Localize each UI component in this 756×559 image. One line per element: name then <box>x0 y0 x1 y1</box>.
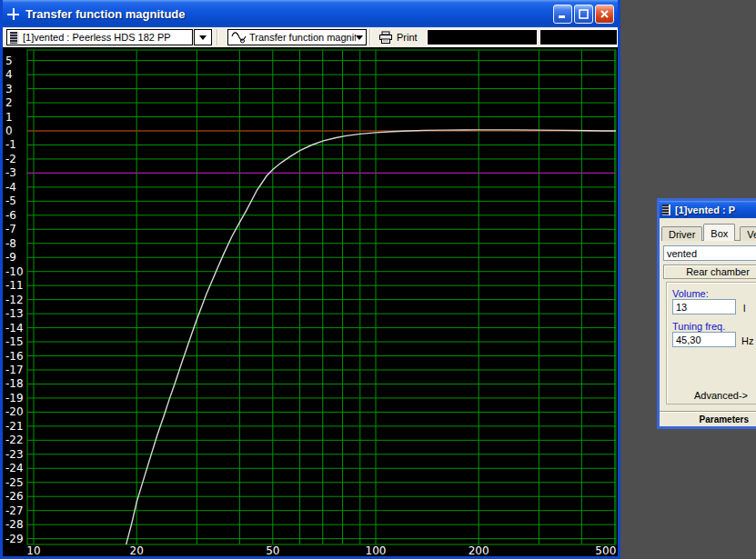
svg-text:3: 3 <box>5 83 13 95</box>
svg-text:-4: -4 <box>5 181 16 194</box>
svg-text:-23: -23 <box>5 448 24 461</box>
main-titlebar[interactable]: Transfer function magnitude <box>3 0 618 27</box>
desktop: { "main_window": { "title": "Transfer fu… <box>0 0 756 559</box>
transfer-function-wave-icon <box>231 31 247 44</box>
project-box-icon <box>662 205 670 215</box>
graph-type-select-value: Transfer function magnitude <box>249 32 356 43</box>
tuning-freq-input[interactable]: 45,30 <box>672 332 736 347</box>
params-status-text: Parameters <box>700 414 749 424</box>
svg-text:-10: -10 <box>5 265 24 278</box>
tuning-freq-label: Tuning freq. <box>672 321 725 332</box>
minimize-icon <box>558 9 568 19</box>
svg-text:-5: -5 <box>5 195 16 207</box>
svg-text:-18: -18 <box>5 377 24 390</box>
project-select[interactable]: [1]vented : Peerless HDS 182 PP <box>6 29 193 45</box>
svg-text:-26: -26 <box>5 490 24 503</box>
svg-text:-16: -16 <box>5 350 24 363</box>
svg-text:5: 5 <box>5 55 13 67</box>
close-icon <box>600 9 610 19</box>
maximize-icon <box>579 9 589 19</box>
svg-text:-17: -17 <box>5 364 24 376</box>
params-tabstrip: Driver Box Ver <box>661 224 756 241</box>
svg-text:-15: -15 <box>5 335 24 348</box>
svg-text:-11: -11 <box>5 279 24 292</box>
maximize-button[interactable] <box>574 5 593 24</box>
main-window-title: Transfer function magnitude <box>25 7 551 21</box>
svg-text:-28: -28 <box>5 518 24 531</box>
svg-text:0: 0 <box>5 125 13 137</box>
chart-canvas: 543210-1-2-3-4-5-6-7-8-9-10-11-12-13-14-… <box>3 47 618 556</box>
svg-text:4: 4 <box>5 68 13 81</box>
svg-text:500: 500 <box>595 544 616 556</box>
tuning-freq-unit: Hz <box>741 335 753 346</box>
print-button[interactable]: Print <box>374 28 424 46</box>
svg-text:-19: -19 <box>5 392 24 404</box>
project-select-dropdown-button[interactable] <box>194 29 212 45</box>
printer-icon <box>378 31 393 45</box>
svg-text:1: 1 <box>5 111 13 124</box>
rear-chamber-button[interactable]: Rear chamber <box>663 265 756 279</box>
svg-text:-29: -29 <box>5 533 24 545</box>
graph-type-select[interactable]: Transfer function magnitude <box>227 29 367 45</box>
close-button[interactable] <box>595 5 614 24</box>
params-window-title: [1]vented : P <box>675 205 735 215</box>
crosshair-window-icon <box>6 7 20 21</box>
svg-text:-6: -6 <box>5 209 16 222</box>
volume-value: 13 <box>676 302 687 313</box>
box-type-select[interactable]: vented <box>663 245 756 261</box>
tab-vents[interactable]: Ver <box>740 226 756 241</box>
main-toolbar: [1]vented : Peerless HDS 182 PP Transfer… <box>3 27 618 47</box>
advanced-button[interactable]: Advanced-> <box>694 390 748 401</box>
svg-text:10: 10 <box>26 544 40 556</box>
svg-text:-7: -7 <box>5 223 16 235</box>
svg-text:200: 200 <box>469 544 489 556</box>
volume-label: Volume: <box>672 288 709 299</box>
svg-text:-14: -14 <box>5 322 24 334</box>
chevron-down-icon <box>199 35 207 40</box>
project-select-value: [1]vented : Peerless HDS 182 PP <box>23 32 171 43</box>
svg-text:-25: -25 <box>5 476 24 489</box>
svg-text:-1: -1 <box>5 138 16 151</box>
transfer-function-window: Transfer function magnitude [1]vented : … <box>0 0 620 559</box>
svg-text:50: 50 <box>266 544 279 556</box>
toolbar-display-panel-1 <box>427 29 538 45</box>
volume-input[interactable]: 13 <box>672 299 736 314</box>
tuning-freq-value: 45,30 <box>676 334 701 345</box>
chevron-down-icon <box>356 35 363 40</box>
rear-chamber-button-label: Rear chamber <box>686 266 750 277</box>
volume-unit: l <box>743 303 745 314</box>
svg-text:-9: -9 <box>5 251 16 264</box>
minimize-button[interactable] <box>553 5 572 24</box>
toolbar-separator <box>369 29 371 45</box>
svg-text:-12: -12 <box>5 294 24 306</box>
svg-text:20: 20 <box>130 544 144 556</box>
transfer-function-plot: 543210-1-2-3-4-5-6-7-8-9-10-11-12-13-14-… <box>3 47 618 556</box>
print-button-label: Print <box>397 32 418 43</box>
project-box-icon <box>10 32 19 44</box>
svg-text:-27: -27 <box>5 504 24 517</box>
box-parameters-group: Volume: 13 l Tuning freq. 45,30 Hz Advan… <box>666 282 756 404</box>
tab-driver[interactable]: Driver <box>661 226 702 241</box>
svg-text:-22: -22 <box>5 434 24 446</box>
params-body: Driver Box Ver vented Rear chamber Volum… <box>660 218 756 426</box>
toolbar-separator <box>217 29 218 45</box>
box-type-select-value: vented <box>667 248 697 259</box>
svg-text:-24: -24 <box>5 462 24 474</box>
tab-box[interactable]: Box <box>703 224 735 241</box>
svg-text:-2: -2 <box>5 153 16 165</box>
params-statusbar: Parameters <box>660 411 756 426</box>
svg-text:2: 2 <box>5 96 13 109</box>
project-parameters-window: [1]vented : P Driver Box Ver vented Rear… <box>657 198 756 429</box>
svg-text:-21: -21 <box>5 420 24 433</box>
svg-text:100: 100 <box>366 544 387 556</box>
svg-text:-8: -8 <box>5 237 16 250</box>
toolbar-display-panel-2 <box>539 29 618 45</box>
params-titlebar[interactable]: [1]vented : P <box>660 201 756 218</box>
svg-text:-3: -3 <box>5 166 16 179</box>
svg-text:-20: -20 <box>5 405 24 418</box>
svg-text:-13: -13 <box>5 307 24 320</box>
